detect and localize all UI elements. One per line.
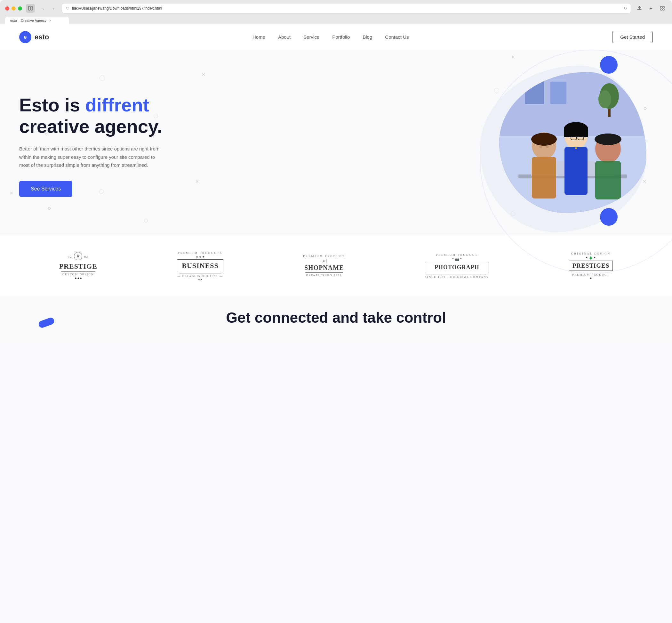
browser-nav: ‹ › <box>39 4 58 13</box>
nav-about[interactable]: About <box>278 34 291 40</box>
tab-close-button[interactable]: ✕ <box>49 19 52 22</box>
logo-text: esto <box>35 33 49 41</box>
brand-shopname-name: SHOPNAME <box>303 264 345 271</box>
close-button[interactable] <box>5 6 9 10</box>
svg-rect-29 <box>595 161 621 200</box>
svg-rect-16 <box>532 157 556 199</box>
tab-bar: esto – Creative Agency ✕ <box>5 17 667 24</box>
deco-x-2: ✕ <box>511 54 515 60</box>
deco-x-1: ✕ <box>202 72 206 77</box>
brand-shopname-sub: ESTABLISHED 1991 <box>303 274 345 277</box>
maximize-button[interactable] <box>18 6 22 10</box>
hero-subtext: Better off than with most other themes s… <box>19 145 160 169</box>
blue-circle-top <box>600 56 618 73</box>
sidebar-toggle-button[interactable] <box>26 4 35 13</box>
logo-icon: e <box>19 31 31 43</box>
share-button[interactable] <box>635 4 644 13</box>
deco-dot-2 <box>48 207 51 210</box>
security-icon: 🛡 <box>66 6 69 10</box>
nav-home[interactable]: Home <box>252 34 265 40</box>
website-content: e esto Home About Service Portfolio Blog… <box>0 24 672 345</box>
traffic-lights <box>5 6 22 10</box>
photograph-border-box: PHOTOGRAPH <box>425 262 489 273</box>
minimize-button[interactable] <box>11 6 16 10</box>
svg-rect-5 <box>663 9 664 10</box>
svg-rect-2 <box>661 6 662 8</box>
prestige-badge-icon: ♛ <box>74 252 82 260</box>
deco-x-5: ✕ <box>9 190 13 196</box>
brand-photograph-name: PHOTOGRAPH <box>430 264 485 271</box>
hero-image-blob <box>499 72 646 213</box>
back-button[interactable]: ‹ <box>39 4 48 13</box>
see-services-button[interactable]: See Services <box>19 181 72 197</box>
browser-actions: + <box>635 4 667 13</box>
hero-image <box>499 72 653 219</box>
nav-links: Home About Service Portfolio Blog Contac… <box>252 34 409 40</box>
svg-rect-0 <box>29 6 30 10</box>
brand-prestiges: ORIGINAL DESIGN ★ 🌲 ★ PRESTIGES PREMIUM … <box>569 252 613 279</box>
active-tab[interactable]: esto – Creative Agency ✕ <box>5 17 69 24</box>
svg-rect-8 <box>525 79 544 104</box>
hero-text-block: Esto is diffrent creative agency. Better… <box>19 94 162 197</box>
brand-prestige-sub: Custom Design <box>59 273 97 276</box>
svg-rect-9 <box>550 82 567 104</box>
nav-contact[interactable]: Contact Us <box>385 34 409 40</box>
new-tab-button[interactable]: + <box>646 4 655 13</box>
deco-circle-4 <box>144 219 148 222</box>
nav-portfolio[interactable]: Portfolio <box>332 34 350 40</box>
url-display: file:///Users/janewang/Downloads/html297… <box>72 6 621 10</box>
nav-service[interactable]: Service <box>303 34 319 40</box>
brand-prestige: 02 ♛ 02 PRESTIGE Custom Design ◆ ◆ ◆ <box>59 252 97 279</box>
browser-window: ‹ › 🛡 file:///Users/janewang/Downloads/h… <box>0 0 672 24</box>
brand-shopname: PREMIUM PRODUCT ⊞ SHOPNAME ESTABLISHED 1… <box>303 255 345 277</box>
svg-point-18 <box>539 144 542 148</box>
brand-prestige-name: PRESTIGE <box>59 262 97 270</box>
svg-point-19 <box>546 144 549 148</box>
brand-business: PREMIUM PRODUCTS ★ ★ ★ BUSINESS — ESTABL… <box>177 251 223 280</box>
business-border-box: BUSINESS <box>177 259 223 272</box>
get-started-button[interactable]: Get Started <box>612 31 653 43</box>
brand-business-sub: — ESTABLISHED 1991 — <box>177 274 223 277</box>
brand-prestiges-sub: PREMIUM PRODUCT <box>569 273 613 276</box>
team-photo-svg <box>499 72 646 213</box>
hero-section: ✕ ✕ ✕ ✕ ✕ Esto is diffrent creative agen… <box>0 50 672 235</box>
forward-button[interactable]: › <box>49 4 58 13</box>
logo[interactable]: e esto <box>19 31 49 43</box>
svg-point-12 <box>599 90 611 108</box>
svg-rect-3 <box>663 6 664 8</box>
deco-x-3: ✕ <box>195 179 199 184</box>
brand-business-name: BUSINESS <box>182 262 218 270</box>
nav-blog[interactable]: Blog <box>363 34 372 40</box>
svg-rect-21 <box>564 147 587 195</box>
tab-title: esto – Creative Agency <box>10 19 47 22</box>
tab-overview-button[interactable] <box>658 4 667 13</box>
bottom-teaser-text: Get connected and take control <box>19 309 653 326</box>
svg-rect-1 <box>31 6 32 10</box>
people-image <box>499 72 646 213</box>
deco-circle-1 <box>99 75 105 81</box>
address-bar[interactable]: 🛡 file:///Users/janewang/Downloads/html2… <box>62 3 631 13</box>
svg-rect-4 <box>661 9 662 10</box>
navbar: e esto Home About Service Portfolio Blog… <box>0 24 672 50</box>
svg-point-17 <box>531 133 557 146</box>
brand-prestiges-name: PRESTIGES <box>573 262 610 269</box>
refresh-icon[interactable]: ↻ <box>624 6 627 10</box>
bottom-section: Get connected and take control <box>0 296 672 333</box>
brand-photograph-sub: SINCE 1991 · ORIGINAL COMPANY <box>425 275 489 278</box>
svg-point-27 <box>575 147 577 149</box>
svg-point-30 <box>594 134 621 145</box>
hero-heading: Esto is diffrent creative agency. <box>19 94 162 137</box>
deco-circle-5 <box>494 88 499 93</box>
brand-photograph: PREMIUM PRODUCT ✦ 📷 ✦ PHOTOGRAPH SINCE 1… <box>425 253 489 278</box>
